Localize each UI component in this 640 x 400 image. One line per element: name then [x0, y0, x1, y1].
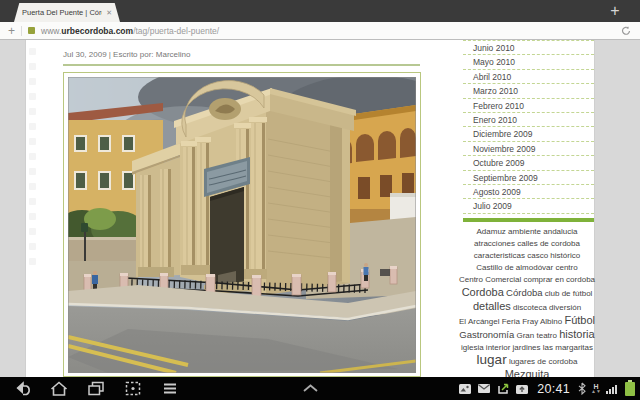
nav-buttons	[0, 380, 180, 397]
screen-capture-icon[interactable]	[123, 380, 143, 397]
tag-link[interactable]: centro	[555, 263, 577, 272]
tag-cloud: Adamuz ambiente andalucia atracciones ca…	[457, 226, 597, 400]
faint-share-icon	[29, 48, 36, 55]
meta-underline	[63, 64, 420, 66]
tag-link[interactable]: calles de cordoba	[517, 239, 580, 248]
faint-share-icon	[29, 243, 36, 250]
tag-link[interactable]: Centro Comercial	[459, 275, 521, 284]
upload-notification-icon	[515, 383, 529, 395]
home-icon[interactable]	[49, 380, 69, 397]
share-icon-strip	[29, 48, 39, 273]
tag-link[interactable]: Feria	[502, 317, 520, 326]
tablet-screen: Puerta Del Puente | Córdoba ✕ + + www.ur…	[0, 0, 640, 400]
faint-share-icon	[29, 108, 36, 115]
tag-link[interactable]: club de fútbol	[545, 289, 593, 298]
tag-link[interactable]: comprar en cordoba	[523, 275, 595, 284]
sidebar-heading-bar	[463, 218, 594, 222]
tab-strip: Puerta Del Puente | Córdoba ✕ +	[0, 0, 640, 22]
photo-frame	[63, 72, 421, 377]
bluetooth-icon	[578, 382, 586, 395]
archive-month-link[interactable]: Junio 2010	[463, 41, 594, 55]
divider	[21, 26, 22, 36]
tag-link[interactable]: Gastronomía	[459, 329, 514, 340]
faint-share-icon	[29, 213, 36, 220]
archive-month-link[interactable]: Marzo 2010	[463, 84, 594, 98]
tag-link[interactable]: detalles	[473, 300, 511, 312]
archive-month-link[interactable]: Mayo 2010	[463, 55, 594, 69]
signal-strength-icon	[606, 382, 618, 395]
menu-icon[interactable]	[160, 380, 180, 397]
browser-tab[interactable]: Puerta Del Puente | Córdoba ✕	[14, 3, 120, 22]
site-favicon	[28, 27, 35, 34]
url-bar: + www.urbecordoba.com/tag/puerta-del-pue…	[0, 22, 640, 40]
status-tray[interactable]: 20:41 H ▲▼	[458, 377, 635, 400]
tag-link[interactable]: Cordoba	[462, 286, 504, 298]
tag-link[interactable]: Fray Albino	[522, 317, 562, 326]
faint-share-icon	[29, 138, 36, 145]
tag-link[interactable]: El Arcángel	[459, 317, 499, 326]
archive-month-link[interactable]: Agosto 2009	[463, 185, 594, 199]
faint-share-icon	[29, 93, 36, 100]
article-photo	[68, 77, 416, 373]
tag-link[interactable]: diversión	[549, 303, 581, 312]
archive-month-link[interactable]: Julio 2009	[463, 199, 594, 213]
reload-icon[interactable]	[620, 25, 632, 37]
tag-link[interactable]: jardines	[513, 343, 541, 352]
url-domain: urbecordoba.com	[61, 26, 133, 36]
archive-month-link[interactable]: Octubre 2009	[463, 156, 594, 170]
gallery-notification-icon	[458, 383, 472, 395]
tag-link[interactable]: Fútbol	[564, 314, 595, 326]
tag-link[interactable]: ambiente	[508, 227, 541, 236]
tag-link[interactable]: casco histórico	[527, 251, 580, 260]
faint-share-icon	[29, 228, 36, 235]
tag-link[interactable]: historia	[559, 328, 594, 340]
faint-share-icon	[29, 63, 36, 70]
back-icon[interactable]	[12, 380, 32, 397]
clock: 20:41	[537, 382, 570, 396]
tag-link[interactable]: caracteristicas	[474, 251, 525, 260]
system-bar: 20:41 H ▲▼	[0, 377, 640, 400]
archive-month-link[interactable]: Abril 2010	[463, 70, 594, 84]
faint-share-icon	[29, 198, 36, 205]
email-notification-icon	[477, 383, 491, 394]
tag-link[interactable]: lugar	[477, 352, 507, 367]
tab-title: Puerta Del Puente | Córdoba	[22, 8, 102, 17]
new-tab-button[interactable]: +	[604, 0, 626, 22]
add-bookmark-icon[interactable]: +	[8, 25, 15, 37]
recent-apps-icon[interactable]	[86, 380, 106, 397]
tag-link[interactable]: Córdoba	[506, 287, 542, 298]
network-type-icon: H ▲▼	[591, 383, 601, 394]
url-text[interactable]: www.urbecordoba.com/tag/puerta-del-puent…	[41, 26, 219, 36]
url-www: www.	[41, 26, 61, 36]
faint-share-icon	[29, 153, 36, 160]
tag-link[interactable]: interior	[486, 343, 510, 352]
tab-close-icon[interactable]: ✕	[106, 9, 112, 17]
tag-link[interactable]: Castillo de almodóvar	[476, 263, 553, 272]
faint-share-icon	[29, 258, 36, 265]
tag-link[interactable]: andalucia	[543, 227, 577, 236]
archive-month-link[interactable]: Enero 2010	[463, 113, 594, 127]
collapse-bar-icon[interactable]	[302, 384, 319, 392]
web-page: Jul 30, 2009 | Escrito por: Marcelino	[0, 40, 640, 377]
post-meta: Jul 30, 2009 | Escrito por: Marcelino	[63, 50, 190, 59]
archive-month-link[interactable]: Noviembre 2009	[463, 142, 594, 156]
tag-link[interactable]: las margaritas	[543, 343, 593, 352]
tag-link[interactable]: Adamuz	[477, 227, 506, 236]
content-panel: Jul 30, 2009 | Escrito por: Marcelino	[25, 40, 595, 377]
archive-list: Junio 2010Mayo 2010Abril 2010Marzo 2010F…	[463, 40, 594, 214]
share-notification-icon	[496, 383, 510, 395]
tag-link[interactable]: atracciones	[474, 239, 515, 248]
url-path: /tag/puerta-del-puente/	[133, 26, 219, 36]
archive-month-link[interactable]: Febrero 2010	[463, 99, 594, 113]
tag-link[interactable]: iglesia	[461, 343, 484, 352]
tag-link[interactable]: lugares de cordoba	[509, 357, 578, 366]
archive-month-link[interactable]: Septiembre 2009	[463, 171, 594, 185]
faint-share-icon	[29, 168, 36, 175]
faint-share-icon	[29, 123, 36, 130]
archive-month-link[interactable]: Diciembre 2009	[463, 127, 594, 141]
faint-share-icon	[29, 183, 36, 190]
battery-icon	[625, 382, 635, 396]
faint-share-icon	[29, 78, 36, 85]
tag-link[interactable]: discoteca	[513, 303, 547, 312]
tag-link[interactable]: Gran teatro	[516, 331, 556, 340]
